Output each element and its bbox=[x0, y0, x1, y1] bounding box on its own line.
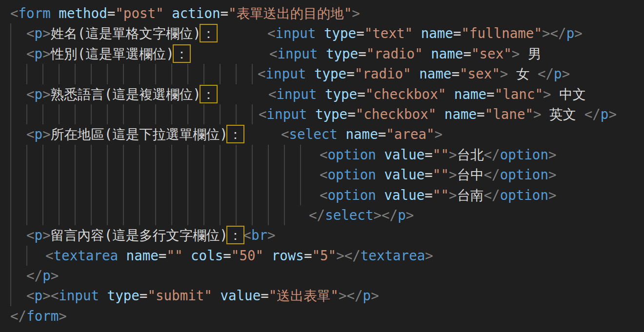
indent-guide bbox=[10, 104, 263, 124]
code-token: > bbox=[42, 25, 51, 41]
code-segment: <input type="text" name="fullname"></p> bbox=[267, 23, 583, 43]
code-token: 台中 bbox=[457, 167, 484, 182]
code-editor[interactable]: <form method="post" action="表單送出的目的地"><p… bbox=[0, 0, 644, 332]
indent-guide bbox=[10, 64, 263, 84]
code-token: = bbox=[261, 288, 269, 303]
code-token: value bbox=[384, 167, 424, 182]
code-line[interactable]: <input type="checkbox" name="lane"> 英文 <… bbox=[0, 104, 644, 124]
code-token: = bbox=[159, 248, 167, 263]
code-token bbox=[306, 66, 314, 81]
code-line[interactable]: <option value="">台北</option> bbox=[0, 145, 644, 165]
code-segment: <p><input type="submit" value="送出表單"></p… bbox=[26, 286, 379, 306]
code-segment: <option value="">台中</option> bbox=[320, 165, 557, 185]
code-token: 中文 bbox=[551, 86, 586, 102]
indent-guide bbox=[10, 23, 21, 43]
code-token: "checkbox" bbox=[365, 86, 446, 102]
code-token: textarea bbox=[54, 248, 118, 263]
code-line[interactable]: </p> bbox=[0, 266, 644, 286]
code-token: > bbox=[339, 288, 347, 303]
ambiguous-char-highlight: ： bbox=[201, 25, 217, 41]
code-line[interactable]: <form method="post" action="表單送出的目的地"> bbox=[0, 3, 644, 23]
code-line[interactable]: <p><input type="submit" value="送出表單"></p… bbox=[0, 286, 644, 306]
code-token: > bbox=[42, 288, 51, 303]
code-line[interactable]: <input type="radio" name="sex"> 女 </p> bbox=[0, 64, 644, 84]
code-line[interactable]: </form> bbox=[0, 306, 644, 326]
code-token: </ bbox=[538, 66, 554, 81]
code-token: = bbox=[451, 66, 460, 81]
code-token: "" bbox=[433, 167, 449, 182]
code-token: > bbox=[533, 106, 542, 122]
code-token: > bbox=[59, 308, 67, 324]
code-token: < bbox=[45, 248, 54, 263]
code-token: < bbox=[243, 227, 251, 243]
code-token: > bbox=[449, 147, 457, 162]
code-token: = bbox=[463, 46, 471, 61]
code-token: value bbox=[220, 288, 261, 303]
code-token: name bbox=[421, 25, 453, 41]
code-line[interactable]: <textarea name="" cols="50" rows="5"></t… bbox=[0, 246, 644, 266]
code-line[interactable]: <option value="">台中</option> bbox=[0, 165, 644, 185]
code-token: type bbox=[325, 86, 357, 102]
indent-guide bbox=[10, 185, 311, 205]
code-token: name bbox=[444, 106, 477, 122]
code-token bbox=[118, 248, 126, 263]
code-token: form bbox=[19, 5, 51, 21]
code-token: p bbox=[566, 25, 575, 41]
code-token bbox=[376, 167, 384, 182]
code-token: > bbox=[608, 106, 617, 122]
code-token: "50" bbox=[231, 248, 263, 263]
code-token: > bbox=[352, 5, 360, 21]
code-line[interactable]: <p>熟悉語言(這是複選欄位)：<input type="checkbox" n… bbox=[0, 84, 644, 104]
code-token: </ bbox=[484, 167, 500, 182]
code-token bbox=[338, 126, 346, 142]
code-token: </ bbox=[484, 147, 500, 162]
code-token: > bbox=[42, 86, 51, 102]
code-segment: </form> bbox=[10, 306, 67, 326]
code-token bbox=[376, 147, 384, 162]
code-token: > bbox=[500, 66, 508, 81]
code-token bbox=[307, 106, 315, 122]
code-token: value bbox=[384, 187, 424, 203]
code-token: type bbox=[315, 106, 347, 122]
code-token: option bbox=[500, 187, 548, 203]
code-token: > bbox=[449, 167, 457, 182]
code-token: name bbox=[454, 86, 486, 102]
code-token: < bbox=[269, 46, 278, 61]
code-token: < bbox=[26, 126, 35, 142]
code-token: option bbox=[500, 167, 548, 182]
indent-guide bbox=[10, 246, 38, 266]
code-token: = bbox=[140, 288, 148, 303]
code-token bbox=[317, 86, 325, 102]
code-token: < bbox=[267, 25, 276, 41]
code-line[interactable]: <p>留言內容(這是多行文字欄位)：<br> bbox=[0, 225, 644, 245]
code-token: "sex" bbox=[471, 46, 512, 61]
code-token: = bbox=[347, 106, 356, 122]
code-token: name bbox=[431, 46, 463, 61]
code-token: input bbox=[267, 106, 307, 122]
code-token: = bbox=[346, 66, 355, 81]
code-token: > bbox=[574, 25, 583, 41]
code-token: > bbox=[562, 66, 570, 81]
code-token: p bbox=[35, 227, 43, 243]
code-line[interactable]: </select></p> bbox=[0, 205, 644, 225]
code-token: input bbox=[278, 46, 318, 61]
code-token: 英文 bbox=[542, 106, 584, 122]
code-token bbox=[316, 25, 324, 41]
code-token: type bbox=[107, 288, 140, 303]
code-line[interactable]: <p>性別(這是單選欄位)：<input type="radio" name="… bbox=[0, 44, 644, 64]
code-segment: <form method="post" action="表單送出的目的地"> bbox=[10, 3, 360, 23]
code-line[interactable]: <option value="">台南</option> bbox=[0, 185, 644, 205]
code-token: p bbox=[35, 46, 43, 61]
code-token: < bbox=[26, 227, 35, 243]
code-token: </ bbox=[584, 106, 601, 122]
code-line[interactable]: <p>姓名(這是單格文字欄位)：<input type="text" name=… bbox=[0, 23, 644, 43]
code-token: input bbox=[277, 86, 317, 102]
code-line[interactable]: <p>所在地區(這是下拉選單欄位)：<select name="area"> bbox=[0, 124, 644, 144]
code-token: method bbox=[59, 5, 107, 21]
code-token: name bbox=[419, 66, 451, 81]
code-token: = bbox=[221, 5, 229, 21]
code-token: name bbox=[345, 126, 378, 142]
code-token: > bbox=[373, 207, 382, 223]
code-token: > bbox=[42, 46, 51, 61]
code-segment: <p>姓名(這是單格文字欄位)： bbox=[26, 23, 216, 43]
